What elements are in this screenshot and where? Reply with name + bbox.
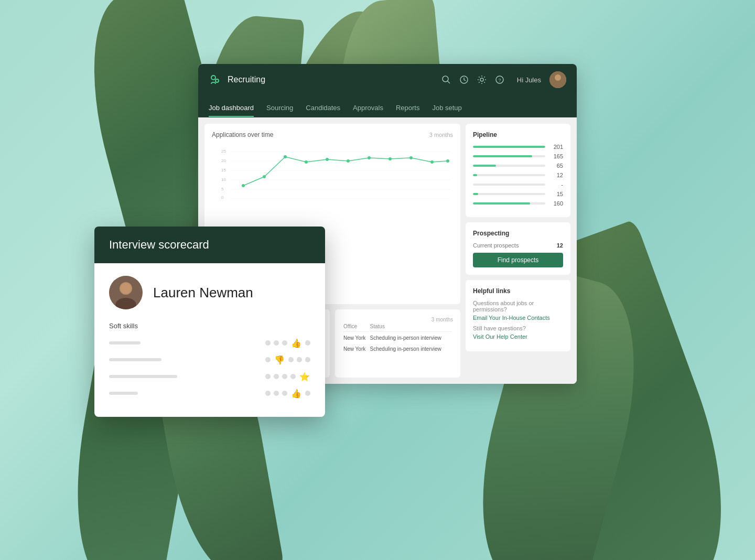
svg-point-30 xyxy=(389,157,392,160)
prospect-label: Current prospects 12 xyxy=(473,242,563,249)
office-cell: New York xyxy=(343,344,369,354)
pipeline-count-6: 15 xyxy=(548,191,563,197)
clock-icon[interactable] xyxy=(459,75,469,84)
app-logo xyxy=(209,73,221,86)
svg-line-3 xyxy=(447,81,450,84)
office-header: Office xyxy=(343,324,369,332)
gear-icon[interactable] xyxy=(477,75,487,84)
skill-dot[interactable] xyxy=(265,374,271,379)
scorecard-header: Interview scorecard xyxy=(94,227,325,263)
status-cell: Scheduling in-person interview xyxy=(370,333,452,343)
svg-point-26 xyxy=(305,160,308,164)
skill-bar-3 xyxy=(109,375,177,378)
skill-dot[interactable] xyxy=(265,391,271,396)
user-avatar[interactable] xyxy=(549,71,566,88)
user-greeting: Hi Jules xyxy=(517,76,541,84)
helpful-links-item-2: Still have questions? Visit Our Help Cen… xyxy=(473,325,563,340)
skill-dots-4: 👍 xyxy=(142,387,310,399)
pipeline-row-2: 165 xyxy=(473,153,563,159)
svg-text:20: 20 xyxy=(221,158,226,163)
question-icon[interactable]: ? xyxy=(495,75,504,84)
pipeline-row-7: 160 xyxy=(473,200,563,207)
prospecting-card: Prospecting Current prospects 12 Find pr… xyxy=(466,222,570,275)
right-sidebar: Pipeline 201 165 65 12 xyxy=(466,124,570,378)
scorecard-body: Lauren Newman Soft skills 👍 👎 xyxy=(94,263,325,417)
helpful-links-title: Helpful links xyxy=(473,287,563,295)
svg-point-40 xyxy=(121,283,131,294)
svg-text:?: ? xyxy=(498,78,501,83)
helpful-link-2[interactable]: Visit Our Help Center xyxy=(473,333,563,340)
skill-bar-1 xyxy=(109,341,141,344)
skill-dot[interactable] xyxy=(305,357,310,362)
skill-bar-4 xyxy=(109,392,138,395)
pipeline-row-1: 201 xyxy=(473,144,563,150)
status-header: Status xyxy=(370,324,452,332)
skill-row-2: 👎 xyxy=(109,354,310,365)
thumbs-up-icon: 👍 xyxy=(290,337,302,349)
skill-dot[interactable] xyxy=(274,391,279,396)
search-icon[interactable] xyxy=(441,75,451,84)
svg-text:5: 5 xyxy=(221,187,224,191)
svg-point-25 xyxy=(284,155,287,158)
skill-dot[interactable] xyxy=(282,391,287,396)
pipeline-count-2: 165 xyxy=(548,153,563,159)
svg-point-9 xyxy=(555,74,561,81)
skill-dot[interactable] xyxy=(282,374,287,379)
svg-point-1 xyxy=(215,79,219,82)
skill-bar-2 xyxy=(109,358,161,361)
pipeline-count-7: 160 xyxy=(548,200,563,207)
nav-job-setup[interactable]: Job setup xyxy=(432,104,461,117)
svg-text:25: 25 xyxy=(221,149,226,154)
office-table-card: 3 months Office Status New York Scheduli… xyxy=(335,309,460,378)
table-row: New York Scheduling in-person interview xyxy=(343,344,452,354)
office-table: Office Status New York Scheduling in-per… xyxy=(342,322,453,355)
nav-approvals[interactable]: Approvals xyxy=(353,104,383,117)
pipeline-row-5: - xyxy=(473,181,563,188)
skill-dot[interactable] xyxy=(290,374,296,379)
nav-job-dashboard[interactable]: Job dashboard xyxy=(209,104,254,117)
pipeline-row-3: 65 xyxy=(473,163,563,169)
candidate-avatar xyxy=(109,276,143,309)
chart-period: 3 months xyxy=(429,132,453,138)
thumbs-down-icon: 👎 xyxy=(274,354,285,365)
svg-point-29 xyxy=(368,156,371,159)
table-row: New York Scheduling in-person interview xyxy=(343,333,452,343)
find-prospects-button[interactable]: Find prospects xyxy=(473,253,563,267)
skill-dot[interactable] xyxy=(305,340,310,346)
nav-reports[interactable]: Reports xyxy=(396,104,420,117)
nav-sourcing[interactable]: Sourcing xyxy=(266,104,293,117)
skill-row-3: ⭐ xyxy=(109,371,310,382)
skill-dot[interactable] xyxy=(297,357,302,362)
svg-point-23 xyxy=(242,184,245,187)
skill-dot[interactable] xyxy=(282,340,287,346)
pipeline-count-3: 65 xyxy=(548,163,563,169)
pipeline-row-4: 12 xyxy=(473,172,563,178)
nav-icons: ? Hi Jules xyxy=(441,71,566,88)
skill-dot[interactable] xyxy=(288,357,294,362)
skill-dot[interactable] xyxy=(274,340,279,346)
chart-title: Applications over time xyxy=(212,131,273,138)
candidate-name: Lauren Newman xyxy=(153,285,253,301)
skill-dot[interactable] xyxy=(265,357,271,362)
skill-dots-1: 👍 xyxy=(145,337,310,349)
svg-point-2 xyxy=(443,76,448,82)
svg-point-5 xyxy=(480,78,483,81)
helpful-links-item-1: Questions about jobs or permissions? Ema… xyxy=(473,300,563,321)
nav-candidates[interactable]: Candidates xyxy=(306,104,340,117)
chart-header: Applications over time 3 months xyxy=(212,131,453,138)
thumbs-up-icon: 👍 xyxy=(290,387,302,399)
pipeline-count-1: 201 xyxy=(548,144,563,150)
candidate-info: Lauren Newman xyxy=(109,276,310,309)
skill-row-4: 👍 xyxy=(109,387,310,399)
pipeline-title: Pipeline xyxy=(473,131,563,138)
second-nav: Job dashboard Sourcing Candidates Approv… xyxy=(198,95,577,117)
scorecard-title: Interview scorecard xyxy=(109,238,310,252)
skill-dot[interactable] xyxy=(274,374,279,379)
skill-dot[interactable] xyxy=(265,340,271,346)
helpful-link-1[interactable]: Email Your In-House Contacts xyxy=(473,315,563,321)
skill-dot[interactable] xyxy=(305,391,310,396)
pipeline-count-4: 12 xyxy=(548,172,563,178)
svg-point-28 xyxy=(347,159,350,163)
pipeline-card: Pipeline 201 165 65 12 xyxy=(466,124,570,217)
line-chart: 25 20 15 10 5 0 xyxy=(212,144,453,207)
